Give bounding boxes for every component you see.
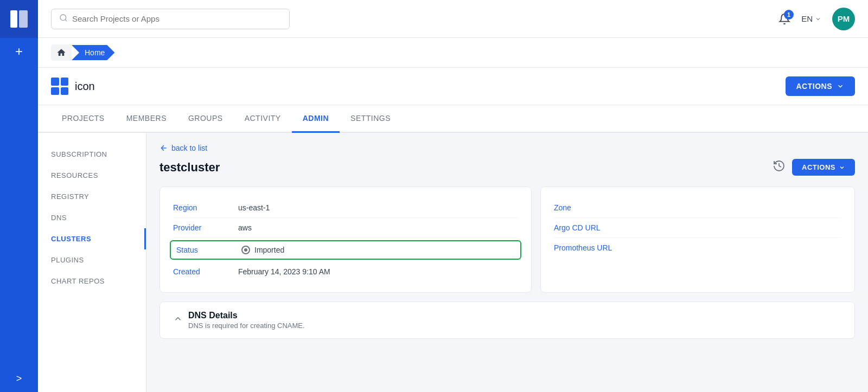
argo-link[interactable]: Argo CD URL bbox=[554, 218, 841, 238]
nav-subscription[interactable]: SUBSCRIPTION bbox=[38, 144, 146, 165]
svg-rect-0 bbox=[10, 10, 17, 28]
nav-plugins[interactable]: PLUGINS bbox=[38, 249, 146, 271]
tab-activity[interactable]: ACTIVITY bbox=[234, 105, 292, 133]
language-selector[interactable]: EN bbox=[801, 14, 821, 23]
tab-settings[interactable]: SETTINGS bbox=[340, 105, 401, 133]
created-value: February 14, 2023 9:10 AM bbox=[238, 267, 330, 276]
left-nav: SUBSCRIPTION RESOURCES REGISTRY DNS CLUS… bbox=[38, 133, 146, 392]
tab-projects[interactable]: PROJECTS bbox=[51, 105, 116, 133]
region-value: us-east-1 bbox=[238, 203, 270, 212]
provider-row: Provider aws bbox=[173, 218, 518, 238]
dns-title: DNS Details bbox=[188, 311, 305, 320]
history-button[interactable] bbox=[773, 159, 786, 176]
page-content: Home icon ACTIONS PROJECTS MEMBERS GROUP… bbox=[38, 38, 868, 392]
created-row: Created February 14, 2023 9:10 AM bbox=[173, 262, 518, 281]
tab-admin[interactable]: ADMIN bbox=[292, 105, 340, 133]
dns-subtitle: DNS is required for creating CNAME. bbox=[188, 322, 305, 330]
prometheus-link[interactable]: Promotheus URL bbox=[554, 238, 841, 258]
zone-link[interactable]: Zone bbox=[554, 198, 841, 218]
cluster-info-card: Region us-east-1 Provider aws Status bbox=[159, 187, 532, 293]
provider-label: Provider bbox=[173, 223, 238, 232]
home-breadcrumb[interactable] bbox=[51, 44, 72, 61]
region-label: Region bbox=[173, 203, 238, 212]
provider-value: aws bbox=[238, 223, 252, 232]
search-box[interactable] bbox=[51, 9, 290, 29]
created-label: Created bbox=[173, 267, 238, 276]
region-row: Region us-east-1 bbox=[173, 198, 518, 218]
tabs-bar: PROJECTS MEMBERS GROUPS ACTIVITY ADMIN S… bbox=[38, 105, 868, 133]
main-area: 1 EN PM Home i bbox=[38, 0, 868, 392]
status-value: Imported bbox=[254, 246, 284, 254]
avatar[interactable]: PM bbox=[832, 8, 855, 30]
status-dot bbox=[241, 246, 250, 254]
status-row: Status Imported bbox=[170, 240, 521, 260]
status-indicator: Imported bbox=[241, 246, 284, 254]
nav-clusters[interactable]: CLUSTERS bbox=[38, 228, 146, 249]
org-actions-button[interactable]: ACTIONS bbox=[786, 76, 856, 96]
dns-collapse-button[interactable] bbox=[173, 314, 183, 326]
back-to-list[interactable]: back to list bbox=[159, 144, 855, 152]
svg-point-2 bbox=[60, 15, 66, 21]
nav-registry[interactable]: REGISTRY bbox=[38, 186, 146, 207]
dns-section: DNS Details DNS is required for creating… bbox=[159, 301, 855, 339]
cluster-actions: ACTIONS bbox=[773, 159, 855, 176]
nav-dns[interactable]: DNS bbox=[38, 207, 146, 228]
svg-rect-1 bbox=[19, 10, 28, 28]
cluster-title-row: testcluster ACTIONS bbox=[159, 159, 855, 176]
notification-button[interactable]: 1 bbox=[778, 13, 790, 25]
add-button[interactable]: + bbox=[0, 38, 38, 65]
topbar: 1 EN PM bbox=[38, 0, 868, 38]
search-icon bbox=[59, 14, 68, 24]
org-name: icon bbox=[75, 80, 95, 93]
search-input[interactable] bbox=[72, 14, 282, 23]
notification-badge: 1 bbox=[784, 10, 794, 20]
org-header: icon ACTIONS bbox=[38, 68, 868, 105]
dns-header: DNS Details DNS is required for creating… bbox=[173, 311, 841, 330]
breadcrumb: Home bbox=[38, 38, 868, 68]
tab-groups[interactable]: GROUPS bbox=[177, 105, 234, 133]
status-label: Status bbox=[176, 246, 241, 254]
topbar-right: 1 EN PM bbox=[778, 8, 855, 30]
cluster-name: testcluster bbox=[159, 160, 220, 175]
cluster-actions-button[interactable]: ACTIONS bbox=[792, 159, 855, 176]
nav-chart-repos[interactable]: CHART REPOS bbox=[38, 271, 146, 292]
sidebar-logo[interactable] bbox=[0, 0, 38, 38]
right-content: back to list testcluster bbox=[146, 133, 868, 392]
org-icon bbox=[51, 78, 68, 95]
cards-row: Region us-east-1 Provider aws Status bbox=[159, 187, 855, 293]
expand-button[interactable]: > bbox=[0, 365, 38, 392]
admin-layout: SUBSCRIPTION RESOURCES REGISTRY DNS CLUS… bbox=[38, 133, 868, 392]
tab-members[interactable]: MEMBERS bbox=[116, 105, 177, 133]
dns-title-area: DNS Details DNS is required for creating… bbox=[188, 311, 305, 330]
breadcrumb-home-arrow[interactable]: Home bbox=[72, 45, 114, 60]
sidebar: + > bbox=[0, 0, 38, 392]
cluster-links-card: Zone Argo CD URL Promotheus URL bbox=[540, 187, 855, 293]
nav-resources[interactable]: RESOURCES bbox=[38, 165, 146, 186]
